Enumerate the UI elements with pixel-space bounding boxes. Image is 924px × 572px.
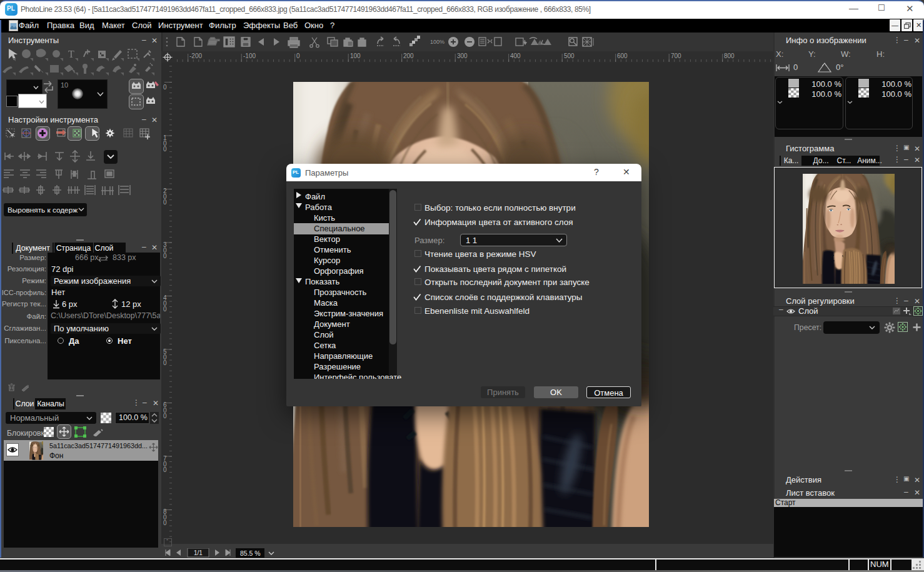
- svg-text:0: 0: [163, 199, 167, 206]
- svg-text:0: 0: [163, 306, 167, 313]
- svg-text:0: 0: [163, 253, 167, 259]
- svg-text:400: 400: [510, 53, 521, 59]
- svg-text:100: 100: [350, 53, 361, 59]
- svg-text:1/1: 1/1: [194, 549, 203, 556]
- svg-text:800: 800: [724, 53, 735, 59]
- svg-text:0: 0: [163, 146, 167, 153]
- svg-text:0: 0: [163, 466, 167, 473]
- svg-text:0: 0: [163, 519, 167, 526]
- svg-text:500: 500: [564, 53, 575, 59]
- svg-text:200: 200: [403, 53, 414, 59]
- svg-text:0: 0: [163, 84, 167, 91]
- svg-text:0: 0: [296, 53, 300, 59]
- svg-text:T: T: [68, 49, 74, 59]
- svg-text:600: 600: [617, 53, 628, 59]
- svg-text:300: 300: [457, 53, 468, 59]
- svg-text:-200: -200: [189, 53, 202, 59]
- svg-text:700: 700: [671, 53, 681, 59]
- svg-text:0: 0: [163, 413, 167, 419]
- svg-text:100%: 100%: [430, 39, 444, 45]
- svg-text:-100: -100: [243, 53, 256, 59]
- svg-text:0: 0: [163, 359, 167, 366]
